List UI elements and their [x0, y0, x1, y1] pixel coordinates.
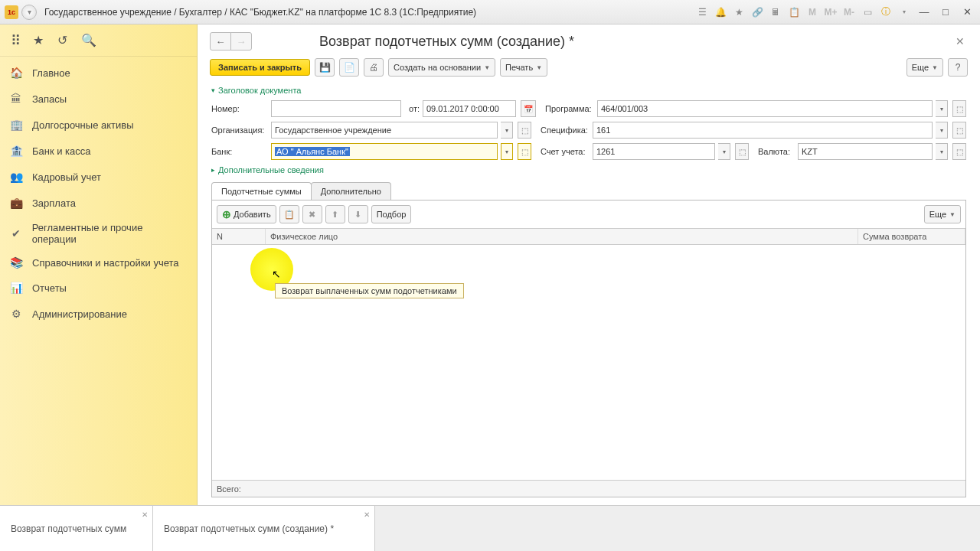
tab-extra[interactable]: Дополнительно	[311, 182, 391, 200]
minimize-button[interactable]: —	[916, 5, 933, 19]
spec-dd[interactable]: ▾	[936, 122, 948, 139]
col-person[interactable]: Физическое лицо	[266, 229, 858, 244]
memory-m[interactable]: M	[805, 5, 819, 19]
sidebar-item-salary[interactable]: 💼Зарплата	[0, 190, 197, 216]
expand-icon: ▸	[211, 166, 215, 174]
memory-m-plus[interactable]: M+	[824, 5, 838, 19]
refs-icon: 📚	[9, 257, 23, 269]
tabs: Подотчетные суммы Дополнительно	[198, 178, 980, 200]
help-button[interactable]: ?	[948, 58, 968, 77]
col-n[interactable]: N	[212, 229, 266, 244]
favorites-icon[interactable]: ★	[33, 33, 44, 47]
move-up-button[interactable]: ⬆	[325, 205, 345, 223]
panel-icon[interactable]: ▭	[861, 5, 874, 19]
history-icon[interactable]: ↺	[57, 33, 67, 47]
sidebar-label: Запасы	[32, 93, 67, 105]
org-dd[interactable]: ▾	[501, 122, 513, 139]
tree-icon-button[interactable]: 🖨	[364, 58, 384, 77]
program-dd[interactable]: ▾	[936, 100, 948, 117]
page-close-button[interactable]: ✕	[952, 32, 968, 51]
save-icon-button[interactable]: 💾	[315, 58, 335, 77]
link-icon[interactable]: 🔗	[750, 5, 764, 19]
col-sum[interactable]: Сумма возврата	[858, 229, 965, 244]
copy-button[interactable]: 📋	[279, 205, 299, 223]
window-title: Государственное учреждение / Бухгалтер /…	[44, 7, 692, 18]
select-button[interactable]: Подбор	[371, 205, 412, 223]
currency-open[interactable]: ⬚	[952, 143, 966, 160]
bank-dd[interactable]: ▾	[501, 143, 513, 160]
sidebar-label: Отчеты	[32, 282, 67, 294]
nav-back-button[interactable]: ←	[210, 32, 231, 51]
date-input[interactable]: 09.01.2017 0:00:00	[423, 100, 516, 117]
spec-input[interactable]: 161	[593, 122, 933, 139]
sidebar-item-hr[interactable]: 👥Кадровый учет	[0, 164, 197, 190]
account-input[interactable]: 1261	[593, 143, 715, 160]
currency-label: Валюта:	[758, 147, 795, 156]
calendar-icon[interactable]: 📋	[787, 5, 801, 19]
nav-forward-button[interactable]: →	[230, 32, 252, 51]
tab-sums[interactable]: Подотчетные суммы	[211, 182, 312, 200]
cursor-icon: ↖	[272, 268, 281, 280]
table-container: ⊕Добавить 📋 ✖ ⬆ ⬇ Подбор Еще▼ N Физическ…	[211, 200, 966, 497]
account-dd[interactable]: ▾	[718, 143, 730, 160]
titlebar-toolbar: ☰ 🔔 ★ 🔗 🖩 📋 M M+ M- ▭ ⓘ ▾ — □ ✕	[695, 5, 975, 19]
program-input[interactable]: 464/001/003	[597, 100, 933, 117]
table-body[interactable]: ↖ Возврат выплаченных сумм подотчетникам…	[212, 245, 965, 480]
sidebar-top: ⠿ ★ ↺ 🔍	[0, 24, 197, 57]
total-label: Всего:	[217, 484, 241, 494]
print-button[interactable]: Печать▼	[500, 58, 547, 77]
salary-icon: 💼	[9, 197, 23, 209]
spec-open[interactable]: ⬚	[952, 122, 966, 139]
org-open[interactable]: ⬚	[518, 122, 531, 139]
program-open[interactable]: ⬚	[952, 100, 966, 117]
close-icon[interactable]: ✕	[142, 510, 148, 519]
calendar-button[interactable]: 📅	[521, 100, 536, 117]
account-open[interactable]: ⬚	[735, 143, 749, 160]
sidebar-item-stocks[interactable]: 🏛Запасы	[0, 86, 197, 112]
section-doc-header[interactable]: ▾ Заголовок документа	[198, 83, 980, 98]
nav-back-circle[interactable]: ▾	[21, 5, 37, 20]
table-more-button[interactable]: Еще▼	[924, 205, 961, 223]
star-icon[interactable]: ★	[732, 5, 746, 19]
admin-icon: ⚙	[9, 308, 23, 320]
sidebar-item-bank[interactable]: 🏦Банк и касса	[0, 138, 197, 164]
tb-icon-2[interactable]: 🔔	[714, 5, 727, 19]
spec-label: Специфика:	[541, 126, 590, 135]
search-icon[interactable]: 🔍	[81, 33, 96, 47]
close-button[interactable]: ✕	[959, 5, 975, 19]
bottom-tab-2[interactable]: Возврат подотчетных сумм (создание) * ✕	[153, 506, 375, 551]
sidebar-item-admin[interactable]: ⚙Администрирование	[0, 301, 197, 327]
doc-icon-button[interactable]: 📄	[339, 58, 359, 77]
table-footer: Всего:	[212, 480, 965, 497]
org-input[interactable]: Государственное учреждение	[271, 122, 498, 139]
maximize-button[interactable]: □	[937, 5, 954, 19]
sidebar-label: Банк и касса	[32, 145, 91, 157]
calc-icon[interactable]: 🖩	[769, 5, 782, 19]
stocks-icon: 🏛	[9, 93, 23, 105]
memory-m-minus[interactable]: M-	[842, 5, 856, 19]
section-extra[interactable]: ▸ Дополнительные сведения	[198, 162, 980, 178]
apps-icon[interactable]: ⠿	[11, 32, 19, 49]
info-dd-icon[interactable]: ▾	[897, 5, 911, 19]
bank-input[interactable]: АО " Альянс Банк"	[271, 143, 498, 160]
create-based-button[interactable]: Создать на основании▼	[388, 58, 495, 77]
delete-button[interactable]: ✖	[302, 205, 322, 223]
save-close-button[interactable]: Записать и закрыть	[210, 59, 310, 76]
more-button[interactable]: Еще▼	[906, 58, 943, 77]
sidebar-item-ops[interactable]: ✔Регламентные и прочие операции	[0, 216, 197, 251]
sidebar-item-refs[interactable]: 📚Справочники и настройки учета	[0, 251, 197, 275]
sidebar-item-assets[interactable]: 🏢Долгосрочные активы	[0, 112, 197, 138]
bottom-tab-1[interactable]: Возврат подотчетных сумм ✕	[0, 506, 153, 551]
sidebar-label: Администрирование	[32, 308, 127, 320]
add-button[interactable]: ⊕Добавить	[217, 205, 276, 223]
move-down-button[interactable]: ⬇	[348, 205, 368, 223]
currency-dd[interactable]: ▾	[936, 143, 948, 160]
sidebar-item-reports[interactable]: 📊Отчеты	[0, 275, 197, 301]
bank-open[interactable]: ⬚	[518, 143, 531, 160]
currency-input[interactable]: KZT	[798, 143, 933, 160]
info-icon[interactable]: ⓘ	[879, 5, 893, 19]
sidebar-item-main[interactable]: 🏠Главное	[0, 60, 197, 86]
close-icon[interactable]: ✕	[364, 510, 370, 519]
number-input[interactable]	[271, 100, 401, 117]
tb-icon-1[interactable]: ☰	[695, 5, 709, 19]
